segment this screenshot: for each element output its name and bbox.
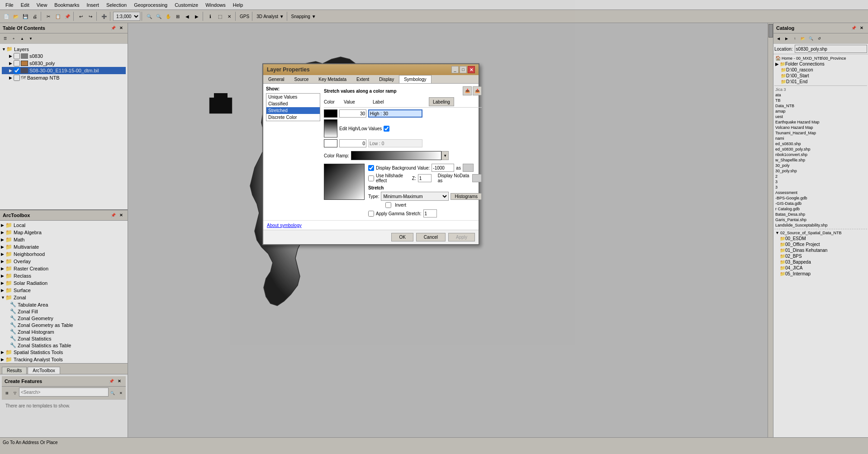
preview-image xyxy=(324,164,365,200)
dialog-body: Show: Unique Values Classified Stretched… xyxy=(263,84,479,220)
show-label: Show: xyxy=(266,86,320,91)
edit-highlow-row: Edit High/Low Values xyxy=(324,119,482,137)
high-color-swatch[interactable] xyxy=(324,109,337,118)
symbology-settings: Stretch values along a color ramp 📥 📤 Co… xyxy=(324,86,482,218)
tab-general[interactable]: General xyxy=(263,75,289,83)
high-row xyxy=(324,109,482,118)
color-ramp-preview xyxy=(351,151,441,160)
dialog-tabs: General Source Key Metadata Extent Displ… xyxy=(263,75,479,84)
display-bg-as-label: as xyxy=(456,166,461,170)
tab-extent[interactable]: Extent xyxy=(351,75,374,83)
tab-source[interactable]: Source xyxy=(289,75,314,83)
low-row xyxy=(324,139,482,147)
low-label-input[interactable] xyxy=(368,139,422,147)
hillshade-checkbox[interactable] xyxy=(368,175,374,181)
cancel-button[interactable]: Cancel xyxy=(416,233,446,241)
invert-row: Invert xyxy=(368,202,482,208)
action-icons: 📥 📤 xyxy=(463,86,482,95)
gamma-value-input[interactable] xyxy=(423,209,437,218)
right-controls: Display Background Value: as Use hillsha… xyxy=(368,164,482,218)
dialog-minimize-btn[interactable]: _ xyxy=(451,66,459,73)
low-color-swatch[interactable] xyxy=(324,139,337,147)
show-classified[interactable]: Classified xyxy=(266,100,320,107)
display-bg-label: Display Background Value: xyxy=(376,166,430,170)
type-label: Type: xyxy=(368,194,379,199)
color-ramp-label: Color Ramp: xyxy=(324,153,349,158)
tab-display[interactable]: Display xyxy=(374,75,399,83)
high-value-input[interactable] xyxy=(339,109,366,118)
display-bg-value-input[interactable] xyxy=(432,164,454,172)
labeling-button[interactable]: Labeling xyxy=(429,97,454,106)
edit-highlow-check-row: Edit High/Low Values xyxy=(339,126,389,132)
high-label-input[interactable] xyxy=(368,109,422,118)
dialog-footer: OK Cancel Apply xyxy=(263,230,479,244)
export-btn[interactable]: 📤 xyxy=(473,86,482,95)
show-unique-values[interactable]: Unique Values xyxy=(266,94,320,100)
hillshade-row: Use hillshade effect Z: Display NoData a… xyxy=(368,173,482,183)
preview-row: Display Background Value: as Use hillsha… xyxy=(324,164,482,218)
col-headers: Color Value Label Labeling xyxy=(324,97,482,108)
layer-properties-dialog: Layer Properties _ □ ✕ General Source Ke… xyxy=(262,63,479,245)
edit-highlow-label: Edit High/Low Values xyxy=(339,126,382,131)
gamma-label: Apply Gamma Stretch: xyxy=(376,211,422,216)
nodata-label: Display NoData as xyxy=(438,173,470,183)
invert-checkbox[interactable] xyxy=(385,202,391,208)
show-stretched[interactable]: Stretched xyxy=(266,107,320,114)
import-btn[interactable]: 📥 xyxy=(463,86,472,95)
section-title-row: Stretch values along a color ramp 📥 📤 xyxy=(324,86,482,95)
tab-key-metadata[interactable]: Key Metadata xyxy=(313,75,351,83)
nodata-color[interactable] xyxy=(472,174,482,182)
col-label-label: Label xyxy=(373,99,427,104)
invert-label: Invert xyxy=(395,203,406,208)
dialog-title: Layer Properties xyxy=(267,66,310,73)
hillshade-label: Use hillshade effect xyxy=(376,173,410,183)
modal-overlay: Layer Properties _ □ ✕ General Source Ke… xyxy=(0,0,868,454)
dialog-controls: _ □ ✕ xyxy=(451,66,475,73)
edit-highlow-checkbox[interactable] xyxy=(384,126,389,132)
histograms-button[interactable]: Histograms xyxy=(451,193,482,200)
about-symbology-link[interactable]: About symbology xyxy=(267,223,302,228)
display-bg-color[interactable] xyxy=(463,164,474,172)
dialog-restore-btn[interactable]: □ xyxy=(460,66,467,73)
display-bg-checkbox[interactable] xyxy=(368,165,374,171)
color-ramp-row: Color Ramp: ▼ xyxy=(324,151,482,160)
stretch-type-row: Type: Minimum-Maximum None Standard Devi… xyxy=(368,192,482,201)
ok-button[interactable]: OK xyxy=(391,233,413,241)
gamma-checkbox[interactable] xyxy=(368,211,374,217)
col-value-label: Value xyxy=(344,99,371,104)
stretch-title: Stretch xyxy=(368,185,482,190)
col-color-label: Color xyxy=(324,99,342,104)
show-section: Show: Unique Values Classified Stretched… xyxy=(266,86,320,218)
color-ramp-dropdown-btn[interactable]: ▼ xyxy=(441,151,449,160)
z-label: Z: xyxy=(412,176,416,181)
dialog-close-btn[interactable]: ✕ xyxy=(468,66,475,73)
color-ramp-control: ▼ xyxy=(351,151,449,160)
stretch-type-select[interactable]: Minimum-Maximum None Standard Deviations… xyxy=(381,192,449,201)
apply-button[interactable]: Apply xyxy=(448,233,475,241)
tab-symbology[interactable]: Symbology xyxy=(399,75,431,83)
gamma-row: Apply Gamma Stretch: xyxy=(368,209,482,218)
dialog-titlebar: Layer Properties _ □ ✕ xyxy=(263,64,479,75)
z-value-input[interactable] xyxy=(418,174,432,182)
show-list: Unique Values Classified Stretched Discr… xyxy=(266,93,320,121)
display-bg-row: Display Background Value: as xyxy=(368,164,482,172)
highlow-controls: Edit High/Low Values xyxy=(339,126,389,132)
about-section: About symbology xyxy=(263,220,479,230)
low-value-input[interactable] xyxy=(339,139,366,147)
section-title: Stretch values along a color ramp xyxy=(324,89,397,94)
gradient-swatch xyxy=(324,119,337,137)
show-discrete-color[interactable]: Discrete Color xyxy=(266,114,320,121)
